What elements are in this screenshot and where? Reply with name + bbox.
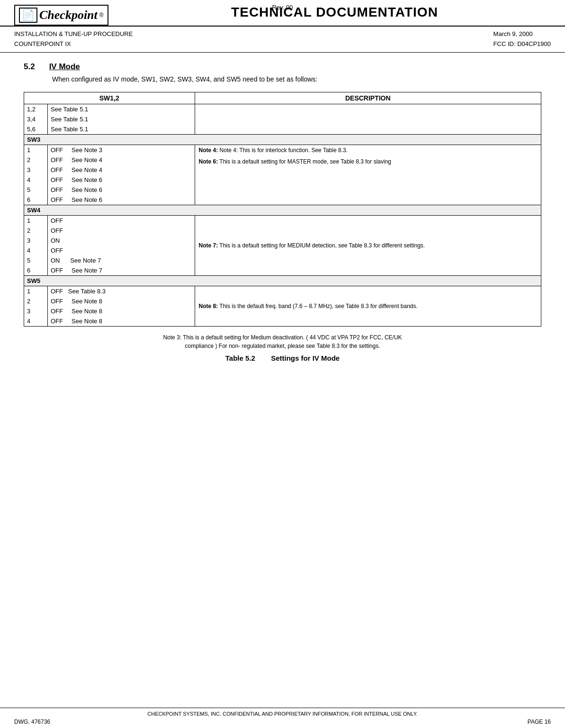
row-num: 3 [24,236,48,246]
row-setting: See Table 5.1 [48,104,195,114]
page-number: PAGE 16 [528,719,551,725]
table-caption: Table 5.2 Settings for IV Mode [24,354,541,362]
intro-text: When configured as IV mode, SW1, SW2, SW… [52,74,541,84]
row-num: 1 [24,215,48,226]
section-title: IV Mode [49,62,80,72]
section-number: 5.2 [24,62,35,72]
col1-header: SW1,2 [24,92,195,104]
note8-text: This is the default freq. band (7.6 – 8.… [219,303,417,309]
sub-header-left: INSTALLATION & TUNE-UP PROCEDURE COUNTER… [14,29,133,49]
sub-header: INSTALLATION & TUNE-UP PROCEDURE COUNTER… [0,27,565,53]
table-caption-title: Settings for IV Mode [271,354,340,362]
row-setting: ON See Note 7 [48,255,195,265]
row-setting: OFF [48,215,195,226]
note7-text: This is a default setting for MEDIUM det… [219,242,425,249]
row-setting: See Table 5.1 [48,124,195,135]
row-num: 1,2 [24,104,48,114]
row-num: 2 [24,226,48,236]
dwg-label: DWG. 476736 [14,719,50,725]
row-num: 6 [24,265,48,276]
row-num: 2 [24,296,48,306]
row-setting: OFF See Note 3 [48,145,195,155]
row-setting: OFF See Note 8 [48,306,195,316]
note3-line2: compliance ) For non- regulated market, … [24,342,541,350]
note6-text: This is a default setting for MASTER mod… [219,158,391,165]
sw3-desc: Note 4: Note 4: This is for interlock fu… [195,145,541,205]
main-content: 5.2 IV Mode When configured as IV mode, … [0,53,565,381]
note3-line1: Note 3: This is a default setting for Me… [24,333,541,342]
row-setting: OFF See Table 8.3 [48,286,195,296]
tech-doc-title-area: TECHNICAL DOCUMENTATION [118,5,551,23]
row-setting: OFF See Note 6 [48,185,195,195]
sw5-header-row: SW5 [24,275,541,286]
row-setting: OFF See Note 8 [48,316,195,327]
logo-text: Checkpoint [39,8,98,22]
note4-text: Note 4: This is for interlock function. … [220,147,348,154]
logo-icon: 📄 [19,8,37,23]
row-setting: See Table 5.1 [48,114,195,124]
table-notes: Note 3: This is a default setting for Me… [24,333,541,350]
sw3-label: SW3 [24,134,541,145]
logo-box: 📄 Checkpoint® [14,5,108,26]
confidential-notice: CHECKPOINT SYSTEMS, INC. CONFIDENTIAL AN… [14,711,551,717]
row-num: 5,6 [24,124,48,135]
row-num: 3 [24,165,48,175]
sub-header-right: March 9, 2000 FCC ID: D04CP1900 [493,29,551,49]
row-setting: OFF See Note 6 [48,195,195,205]
row-setting: OFF See Note 4 [48,155,195,165]
row-setting: ON [48,236,195,246]
row-setting: OFF See Note 7 [48,265,195,276]
row-num: 2 [24,155,48,165]
row-num: 1 [24,145,48,155]
page-header: Rev. 00 📄 Checkpoint® TECHNICAL DOCUMENT… [0,0,565,27]
sw12-row1: 1,2 See Table 5.1 [24,104,541,114]
sw4-label: SW4 [24,205,541,215]
sw4-row1: 1 OFF Note 7: This is a default setting … [24,215,541,226]
counterpoint-label: COUNTERPOINT IX [14,39,133,49]
row-num: 6 [24,195,48,205]
row-num: 3 [24,306,48,316]
tech-doc-title: TECHNICAL DOCUMENTATION [118,5,551,20]
footer-bottom: DWG. 476736 PAGE 16 [14,719,551,725]
row-num: 5 [24,185,48,195]
sw4-header-row: SW4 [24,205,541,215]
sw3-row1: 1 OFF See Note 3 Note 4: Note 4: This is… [24,145,541,155]
table-header-row: SW1,2 DESCRIPTION [24,92,541,104]
row-num: 3,4 [24,114,48,124]
row-setting: OFF [48,226,195,236]
note6-label: Note 6: [199,158,218,165]
row-setting: OFF See Note 8 [48,296,195,306]
sw12-desc [195,104,541,134]
table-caption-label: Table 5.2 [225,354,255,362]
row-setting: OFF See Note 6 [48,175,195,185]
sw5-row1: 1 OFF See Table 8.3 Note 8: This is the … [24,286,541,296]
logo-reg: ® [99,12,104,18]
rev-label: Rev. 00 [272,4,293,11]
settings-table: SW1,2 DESCRIPTION 1,2 See Table 5.1 3,4 … [24,92,541,327]
row-num: 4 [24,246,48,255]
col2-header: DESCRIPTION [195,92,541,104]
date-label: March 9, 2000 [493,29,551,39]
row-num: 1 [24,286,48,296]
note4-label: Note 4: [199,147,218,154]
row-setting: OFF See Note 4 [48,165,195,175]
row-num: 5 [24,255,48,265]
row-num: 4 [24,316,48,327]
page-footer: CHECKPOINT SYSTEMS, INC. CONFIDENTIAL AN… [0,708,565,728]
sw3-header-row: SW3 [24,134,541,145]
row-setting: OFF [48,246,195,255]
note7-label: Note 7: [199,242,218,249]
logo-area: 📄 Checkpoint® [14,5,118,26]
sw4-desc: Note 7: This is a default setting for ME… [195,215,541,275]
sw5-desc: Note 8: This is the default freq. band (… [195,286,541,326]
sw5-label: SW5 [24,275,541,286]
fcc-id-label: FCC ID: D04CP1900 [493,39,551,49]
note8-label: Note 8: [199,303,218,309]
installation-label: INSTALLATION & TUNE-UP PROCEDURE [14,29,133,39]
row-num: 4 [24,175,48,185]
